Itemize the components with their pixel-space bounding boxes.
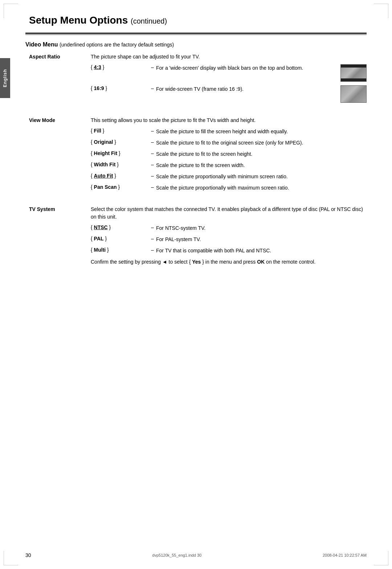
language-label: English bbox=[3, 69, 8, 87]
option-dash-width-fit: – bbox=[149, 162, 156, 167]
option-row-auto-fit: { Auto Fit } – Scale the picture proport… bbox=[91, 173, 367, 180]
option-row-height-fit: { Height Fit } – Scale the picture to fi… bbox=[91, 150, 367, 158]
video-menu-subtitle: (underlined options are the factory defa… bbox=[60, 42, 174, 48]
option-key-169: { 16:9 } bbox=[91, 85, 149, 91]
brace-close-169: } bbox=[104, 85, 107, 91]
title-main: Setup Menu Options bbox=[29, 15, 128, 26]
option-row-pal: { PAL } – For PAL-system TV. bbox=[91, 236, 367, 243]
option-desc-width-fit: Scale the picture to fit the screen widt… bbox=[156, 162, 367, 169]
view-mode-content: This setting allows you to scale the pic… bbox=[91, 117, 367, 195]
section-aspect-ratio: Aspect Ratio The picture shape can be ad… bbox=[29, 53, 367, 106]
tv-system-label: TV System bbox=[29, 206, 91, 212]
brace-open-169: { bbox=[91, 85, 94, 91]
option-key-ntsc: { NTSC } bbox=[91, 224, 149, 230]
title-continued: (continued) bbox=[131, 17, 167, 25]
option-key-auto-fit: { Auto Fit } bbox=[91, 173, 149, 179]
option-desc-multi: For TV that is compatible with both PAL … bbox=[156, 247, 367, 255]
section-tv-system: TV System Select the color system that m… bbox=[29, 206, 367, 266]
confirm-note: Confirm the setting by pressing ◄ to sel… bbox=[91, 258, 367, 266]
border-thin bbox=[25, 34, 367, 35]
option-row-multi: { Multi } – For TV that is compatible wi… bbox=[91, 247, 367, 255]
option-row-169: { 16:9 } – For wide-screen TV (frame rat… bbox=[91, 85, 367, 103]
view-mode-description: This setting allows you to scale the pic… bbox=[91, 117, 367, 124]
aspect-ratio-label: Aspect Ratio bbox=[29, 53, 91, 60]
option-dash-169: – bbox=[149, 85, 156, 91]
page-title: Setup Menu Options (continued) bbox=[25, 15, 367, 26]
corner-decoration-tl bbox=[4, 4, 18, 18]
brace-open-43: { bbox=[91, 64, 94, 70]
option-row-original: { Original } – Scale the picture to fit … bbox=[91, 139, 367, 147]
thumb-43-image bbox=[340, 64, 367, 82]
option-desc-original: Scale the picture to fit to the original… bbox=[156, 139, 367, 147]
option-row-ntsc: { NTSC } – For NTSC-system TV. bbox=[91, 224, 367, 232]
tv-system-content: Select the color system that matches the… bbox=[91, 206, 367, 266]
option-key-multi: { Multi } bbox=[91, 247, 149, 253]
view-mode-label: View Mode bbox=[29, 117, 91, 123]
option-row-fill: { Fill } – Scale the picture to fill the… bbox=[91, 128, 367, 135]
option-desc-pal: For PAL-system TV. bbox=[156, 236, 367, 243]
footer-filename: dvp5120k_55_eng1.indd 30 bbox=[152, 553, 201, 557]
video-menu-heading: Video Menu (underlined options are the f… bbox=[25, 41, 367, 48]
option-key-width-fit: { Width Fit } bbox=[91, 162, 149, 167]
option-desc-ntsc: For NTSC-system TV. bbox=[156, 224, 367, 232]
option-dash-auto-fit: – bbox=[149, 173, 156, 179]
option-dash-fill: – bbox=[149, 128, 156, 134]
option-key-fill: { Fill } bbox=[91, 128, 149, 134]
border-thick bbox=[25, 33, 367, 34]
option-value-43: 4:3 bbox=[94, 64, 101, 70]
aspect-ratio-content: The picture shape can be adjusted to fit… bbox=[91, 53, 367, 106]
option-key-height-fit: { Height Fit } bbox=[91, 150, 149, 156]
option-dash-pal: – bbox=[149, 236, 156, 241]
page-number: 30 bbox=[25, 552, 31, 558]
option-key-43: { 4:3 } bbox=[91, 64, 149, 70]
option-dash-multi: – bbox=[149, 247, 156, 253]
footer-date: 2008-04-21 10:22:57 AM bbox=[323, 553, 367, 557]
option-dash-43: – bbox=[149, 64, 156, 70]
tv-system-description: Select the color system that matches the… bbox=[91, 206, 367, 221]
aspect-ratio-description: The picture shape can be adjusted to fit… bbox=[91, 53, 367, 61]
page: English Setup Menu Options (continued) V… bbox=[0, 0, 392, 569]
language-tab: English bbox=[0, 58, 10, 98]
option-row-pan-scan: { Pan Scan } – Scale the picture proport… bbox=[91, 184, 367, 192]
option-row-width-fit: { Width Fit } – Scale the picture to fit… bbox=[91, 162, 367, 169]
video-menu-title: Video Menu bbox=[25, 41, 58, 48]
option-dash-height-fit: – bbox=[149, 150, 156, 156]
corner-decoration-tr bbox=[374, 4, 388, 18]
option-desc-auto-fit: Scale the picture proportionally with mi… bbox=[156, 173, 367, 180]
option-key-pal: { PAL } bbox=[91, 236, 149, 241]
section-view-mode: View Mode This setting allows you to sca… bbox=[29, 117, 367, 195]
option-dash-original: – bbox=[149, 139, 156, 145]
option-dash-ntsc: – bbox=[149, 224, 156, 230]
thumb-169-image bbox=[340, 85, 367, 103]
corner-decoration-bl bbox=[4, 551, 18, 565]
option-row-43: { 4:3 } – For a 'wide-screen' display wi… bbox=[91, 64, 367, 82]
corner-decoration-br bbox=[374, 551, 388, 565]
option-desc-fill: Scale the picture to fill the screen hei… bbox=[156, 128, 367, 135]
option-desc-height-fit: Scale the picture to fit to the screen h… bbox=[156, 150, 367, 158]
option-key-original: { Original } bbox=[91, 139, 149, 145]
option-value-169: 16:9 bbox=[94, 85, 104, 91]
option-key-pan-scan: { Pan Scan } bbox=[91, 184, 149, 190]
option-desc-169: For wide-screen TV (frame ratio 16 :9). bbox=[156, 85, 335, 93]
option-desc-pan-scan: Scale the picture proportionally with ma… bbox=[156, 184, 367, 192]
content-area: Aspect Ratio The picture shape can be ad… bbox=[25, 53, 367, 266]
option-dash-pan-scan: – bbox=[149, 184, 156, 190]
page-footer: 30 dvp5120k_55_eng1.indd 30 2008-04-21 1… bbox=[25, 552, 367, 558]
brace-close-43: } bbox=[101, 64, 105, 70]
option-desc-43: For a 'wide-screen' display with black b… bbox=[156, 64, 335, 72]
